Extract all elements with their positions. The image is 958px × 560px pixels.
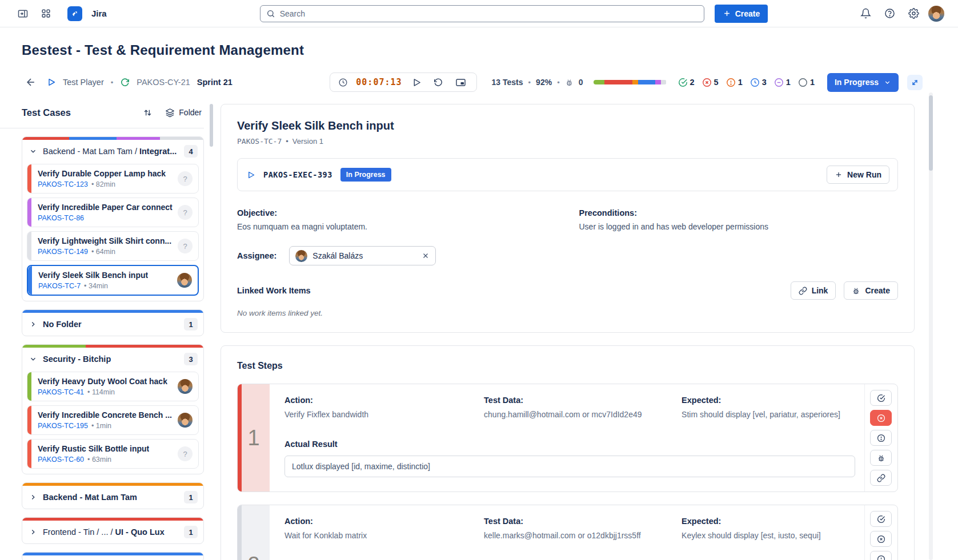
folder-group: Backend - Mat Lam Tam 1 xyxy=(22,482,204,509)
assignee-avatar xyxy=(178,413,193,428)
bug-icon xyxy=(852,287,860,295)
player-label: Test Player xyxy=(63,78,104,87)
cycle-key[interactable]: PAKOS-CY-21 xyxy=(137,78,190,87)
test-case-item[interactable]: Verify Durable Copper Lamp hack PAKOS-TC… xyxy=(27,164,199,194)
folder-header[interactable]: Backend - Mat Lam Tam / Integrat... 4 xyxy=(22,140,203,163)
execution-play-icon[interactable] xyxy=(247,171,255,179)
plus-icon xyxy=(835,171,843,179)
jira-logo-icon[interactable] xyxy=(67,6,82,21)
step-actions-rail xyxy=(864,384,897,491)
app-switcher-icon[interactable] xyxy=(37,5,55,23)
folder-list: Backend - Mat Lam Tam / Integrat... 4 Ve… xyxy=(22,136,204,560)
folder-status-bar xyxy=(22,310,203,313)
folder-count-badge: 4 xyxy=(184,145,198,158)
test-case-detail-card: Verify Sleek Silk Bench input PAKOS-TC-7… xyxy=(221,104,915,333)
help-icon[interactable] xyxy=(880,5,899,23)
folder-status-bar xyxy=(22,518,203,521)
execution-status-badge: In Progress xyxy=(340,168,391,182)
step-pass-icon[interactable] xyxy=(870,511,892,527)
folder-header[interactable]: Security - Bitchip 3 xyxy=(22,348,203,370)
notifications-bell-icon[interactable] xyxy=(856,5,875,23)
run-status-dropdown[interactable]: In Progress xyxy=(827,73,899,92)
chevron-down-icon xyxy=(884,79,891,86)
test-case-key: PAKOS-TC-123 xyxy=(38,180,88,188)
step-block-icon[interactable] xyxy=(870,551,892,560)
action-value: Wait for Konklab matrix xyxy=(284,531,467,540)
assignee-label: Assignee: xyxy=(237,251,276,260)
test-case-item[interactable]: Verify Heavy Duty Wool Coat hack PAKOS-T… xyxy=(27,372,199,401)
user-avatar[interactable] xyxy=(928,6,944,22)
main-scrollbar[interactable] xyxy=(929,92,933,560)
unassigned-avatar: ? xyxy=(178,171,193,186)
chip-not-run: 1 xyxy=(798,78,815,87)
test-case-item[interactable]: Verify Rustic Silk Bottle input PAKOS-TC… xyxy=(27,439,199,469)
defect-count: 0 xyxy=(579,78,583,87)
objective-value: Eos numquam ea magni voluptatem. xyxy=(237,222,556,231)
test-case-item-selected[interactable]: Verify Sleek Silk Bench input PAKOS-TC-7… xyxy=(27,265,199,296)
new-run-button[interactable]: New Run xyxy=(827,166,889,184)
chevron-right-icon xyxy=(29,320,37,328)
run-progress-bar xyxy=(594,80,667,84)
objective-label: Objective: xyxy=(237,208,556,217)
nav-right xyxy=(856,5,944,23)
player-play-icon xyxy=(47,78,56,87)
create-button[interactable]: Create xyxy=(715,5,768,23)
chevron-right-icon xyxy=(29,493,37,501)
main-panel: Verify Sleek Silk Bench input PAKOS-TC-7… xyxy=(221,104,915,560)
picture-in-picture-icon[interactable] xyxy=(454,75,468,89)
sidebar-scrollbar[interactable] xyxy=(210,104,213,560)
step-link-icon[interactable] xyxy=(870,470,892,486)
chevron-down-icon xyxy=(29,355,37,363)
sidebar-toggle-icon[interactable] xyxy=(14,5,32,23)
run-stats: 13 Tests • 92% • 0 xyxy=(492,78,583,87)
folder-group: No Folder 1 xyxy=(22,309,204,336)
folder-group-partial xyxy=(22,552,204,560)
test-steps-title: Test Steps xyxy=(237,361,898,371)
step-actions-rail xyxy=(864,505,897,560)
sort-icon[interactable] xyxy=(140,105,155,120)
test-steps-card: Test Steps 1 Action: Verify Fixflex band… xyxy=(221,345,915,560)
folder-group: Frontend - Tin / ... / UI - Quo Lux 1 xyxy=(22,517,204,544)
assignee-picker[interactable]: Szakál Balázs xyxy=(289,246,436,265)
folder-header[interactable]: Backend - Mat Lam Tam 1 xyxy=(22,486,203,509)
test-data-label: Test Data: xyxy=(484,396,664,405)
search-input[interactable] xyxy=(280,9,698,18)
progress-seg-failed xyxy=(604,80,632,84)
step-pass-icon[interactable] xyxy=(870,390,892,406)
separator-dot: • xyxy=(111,78,114,87)
folder-view-toggle[interactable]: Folder xyxy=(165,108,202,118)
test-case-key: PAKOS-TC-195 xyxy=(38,422,88,430)
execution-key[interactable]: PAKOS-EXEC-393 xyxy=(263,170,332,179)
test-case-item[interactable]: Verify Incredible Paper Car connect PAKO… xyxy=(27,198,199,227)
step-fail-icon[interactable] xyxy=(870,531,892,547)
timer-play-icon[interactable] xyxy=(410,75,424,89)
test-case-item[interactable]: Verify Incredible Concrete Bench ... PAK… xyxy=(27,405,199,435)
step-bug-icon[interactable] xyxy=(870,450,892,466)
test-step-row: 2 Action: Wait for Konklab matrix Test D… xyxy=(237,505,898,560)
unassigned-avatar: ? xyxy=(178,205,193,220)
folder-count-badge: 3 xyxy=(184,353,198,365)
create-work-item-button[interactable]: Create xyxy=(844,281,898,300)
top-nav: Jira Create xyxy=(0,0,958,27)
test-case-item[interactable]: Verify Lightweight Silk Shirt conn... PA… xyxy=(27,231,199,261)
action-label: Action: xyxy=(284,517,467,526)
back-arrow-icon[interactable] xyxy=(22,73,40,91)
actual-result-input[interactable]: Lotlux displayed [id, maxime, distinctio… xyxy=(284,456,855,477)
folder-status-bar xyxy=(22,553,203,555)
test-case-key: PAKOS-TC-7 xyxy=(237,137,282,146)
folder-status-bar xyxy=(22,137,203,140)
pass-percent: 92% xyxy=(536,78,552,87)
link-work-item-button[interactable]: Link xyxy=(791,281,836,300)
step-block-icon[interactable] xyxy=(870,430,892,446)
progress-seg-blocked xyxy=(632,80,638,84)
folder-group: Security - Bitchip 3 Verify Heavy Duty W… xyxy=(22,344,204,474)
timer-reset-icon[interactable] xyxy=(432,75,446,89)
remove-assignee-icon[interactable] xyxy=(422,252,430,260)
search-box[interactable] xyxy=(260,5,704,22)
settings-gear-icon[interactable] xyxy=(904,5,923,23)
chevron-right-icon xyxy=(29,528,37,536)
folder-header[interactable]: Frontend - Tin / ... / UI - Quo Lux 1 xyxy=(22,521,203,543)
folder-header[interactable]: No Folder 1 xyxy=(22,313,203,336)
collapse-player-icon[interactable] xyxy=(907,75,923,90)
step-fail-icon[interactable] xyxy=(870,410,892,426)
